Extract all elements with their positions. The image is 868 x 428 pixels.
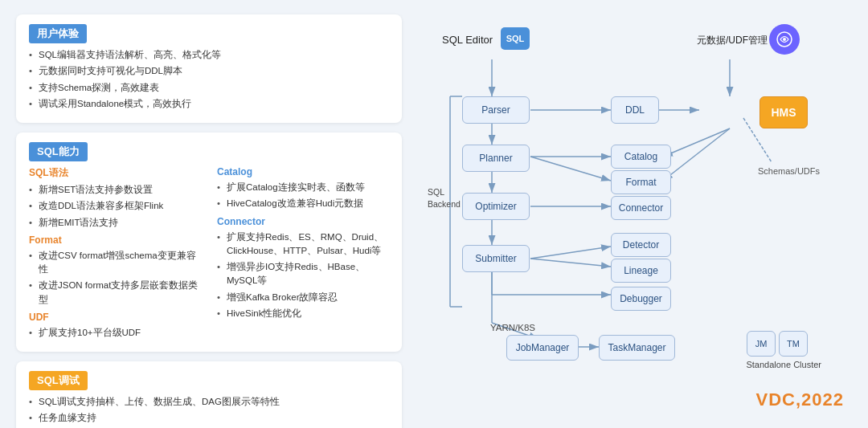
- jm-box: JM: [747, 331, 776, 357]
- parser-box: Parser: [462, 96, 530, 124]
- sql-debug-section: SQL调试 SQL调试支持抽样、上传、数据生成、DAG图展示等特性 任务血缘支持…: [16, 361, 402, 428]
- standalone-cluster-text: Standalone Cluster: [746, 360, 821, 369]
- con-b2: 增强异步IO支持Redis、HBase、MySQL等: [217, 260, 389, 288]
- sql-left-col: SQL语法 新增SET语法支持参数设置 改造DDL语法兼容多框架Flink 新增…: [29, 166, 201, 342]
- meta-udf-label: 元数据/UDF管理: [697, 34, 768, 47]
- dbg-b2: 任务血缘支持: [29, 411, 389, 425]
- con-b4: HiveSink性能优化: [217, 307, 389, 320]
- svg-line-8: [530, 157, 611, 181]
- svg-line-12: [530, 247, 611, 259]
- job-manager-box: JobManager: [506, 335, 579, 361]
- svg-line-18: [663, 128, 730, 181]
- optimizer-box: Optimizer: [462, 193, 530, 220]
- catalog-list: 扩展Catalog连接实时表、函数等 HiveCatalog改造兼容Hudi元数…: [217, 181, 389, 211]
- sql-syntax-title: SQL语法: [29, 166, 201, 180]
- ue-bullet-4: 调试采用Standalone模式，高效执行: [29, 97, 389, 111]
- catalog-title: Catalog: [217, 166, 389, 177]
- ddl-box: DDL: [611, 96, 659, 124]
- standalone-cluster-label: Standalone Cluster: [746, 359, 821, 371]
- svg-line-13: [530, 259, 611, 267]
- format-title: Format: [29, 234, 201, 246]
- sql-icon-text: SQL: [506, 34, 525, 43]
- sql-debug-list: SQL调试支持抽样、上传、数据生成、DAG图展示等特性 任务血缘支持 任务异常检…: [29, 395, 389, 428]
- vdc-logo: VDC,2022: [755, 389, 844, 410]
- tm-box: TM: [779, 331, 808, 357]
- user-experience-title: 用户体验: [29, 24, 87, 43]
- user-experience-section: 用户体验 SQL编辑器支持语法解析、高亮、格式化等 元数据同时支持可视化与DDL…: [16, 14, 402, 123]
- connector-box: Connector: [611, 196, 671, 220]
- format-list: 改进CSV format增强schema变更兼容性 改进JSON format支…: [29, 249, 201, 307]
- schemas-udfs-label: Schemas/UDFs: [758, 166, 820, 176]
- meta-icon-box: [769, 24, 800, 55]
- format-box: Format: [611, 170, 671, 194]
- udf-title: UDF: [29, 312, 201, 323]
- sql-backend-label: SQLBackend: [428, 186, 450, 210]
- ss-b1: 新增SET语法支持参数设置: [29, 183, 201, 197]
- right-panel: SQL Editor SQL 元数据/UDF管理 SQLBackend Pars…: [418, 0, 868, 428]
- dbg-b1: SQL调试支持抽样、上传、数据生成、DAG图展示等特性: [29, 395, 389, 409]
- sql-right-col: Catalog 扩展Catalog连接实时表、函数等 HiveCatalog改造…: [217, 166, 389, 342]
- task-manager-box: TaskManager: [599, 335, 675, 361]
- catalog-box: Catalog: [611, 145, 671, 169]
- architecture-diagram: SQL Editor SQL 元数据/UDF管理 SQLBackend Pars…: [426, 10, 852, 418]
- yarn-k8s-label: YARN/K8S: [490, 323, 535, 332]
- con-b3: 增强Kafka Broker故障容忍: [217, 291, 389, 304]
- ue-bullet-3: 支持Schema探测，高效建表: [29, 81, 389, 95]
- user-experience-list: SQL编辑器支持语法解析、高亮、格式化等 元数据同时支持可视化与DDL脚本 支持…: [29, 48, 389, 111]
- left-panel: 用户体验 SQL编辑器支持语法解析、高亮、格式化等 元数据同时支持可视化与DDL…: [0, 0, 418, 428]
- detector-box: Detector: [611, 233, 671, 257]
- meta-icon-svg: [776, 31, 793, 48]
- hms-box: HMS: [760, 96, 808, 128]
- udf-list: 扩展支持10+平台级UDF: [29, 326, 201, 340]
- cat-b2: HiveCatalog改造兼容Hudi元数据: [217, 197, 389, 210]
- fmt-b1: 改进CSV format增强schema变更兼容性: [29, 249, 201, 277]
- connector-title: Connector: [217, 216, 389, 227]
- connector-list: 扩展支持Redis、ES、RMQ、Druid、ClickHouse、HTTP、P…: [217, 230, 389, 321]
- vdc-suffix: ,2022: [796, 389, 844, 410]
- svg-line-17: [663, 128, 730, 157]
- ss-b3: 新增EMIT语法支持: [29, 216, 201, 230]
- ss-b2: 改造DDL语法兼容多框架Flink: [29, 199, 201, 213]
- sql-editor-label: SQL Editor: [442, 34, 493, 46]
- submitter-box: Submitter: [462, 245, 530, 272]
- cat-b1: 扩展Catalog连接实时表、函数等: [217, 181, 389, 194]
- sql-capability-section: SQL能力 SQL语法 新增SET语法支持参数设置 改造DDL语法兼容多框架Fl…: [16, 132, 402, 352]
- svg-point-26: [783, 38, 786, 41]
- sql-syntax-list: 新增SET语法支持参数设置 改造DDL语法兼容多框架Flink 新增EMIT语法…: [29, 183, 201, 230]
- debugger-box: Debugger: [611, 287, 671, 311]
- sql-debug-title: SQL调试: [29, 371, 88, 390]
- fmt-b2: 改进JSON format支持多层嵌套数据类型: [29, 279, 201, 307]
- con-b1: 扩展支持Redis、ES、RMQ、Druid、ClickHouse、HTTP、P…: [217, 230, 389, 259]
- sql-capability-title: SQL能力: [29, 142, 88, 161]
- sql-icon-box: SQL: [501, 27, 530, 50]
- vdc-prefix: VD: [755, 389, 782, 410]
- sql-capability-cols: SQL语法 新增SET语法支持参数设置 改造DDL语法兼容多框架Flink 新增…: [29, 166, 389, 342]
- sql-backend-text: SQLBackend: [428, 187, 461, 209]
- planner-box: Planner: [462, 145, 530, 172]
- ue-bullet-2: 元数据同时支持可视化与DDL脚本: [29, 64, 389, 78]
- ue-bullet-1: SQL编辑器支持语法解析、高亮、格式化等: [29, 48, 389, 62]
- vdc-middle: C: [782, 389, 796, 410]
- udf-b1: 扩展支持10+平台级UDF: [29, 326, 201, 340]
- lineage-box: Lineage: [611, 259, 671, 283]
